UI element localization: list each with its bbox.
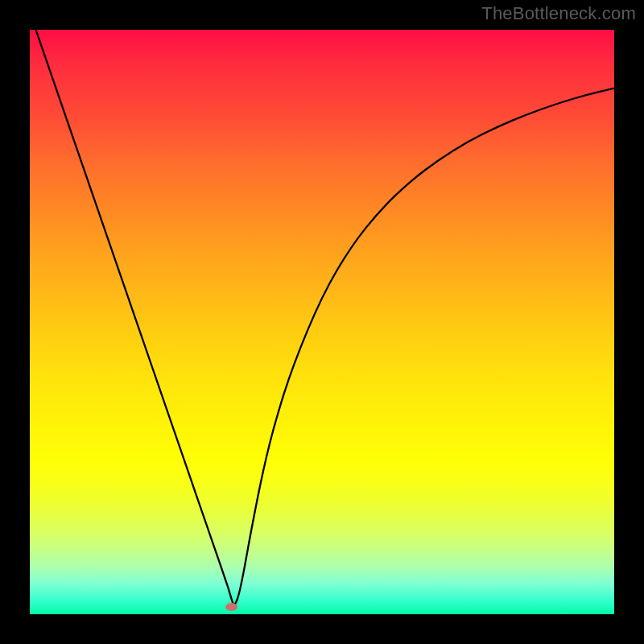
watermark-text: TheBottleneck.com — [481, 3, 636, 24]
bottleneck-curve — [30, 30, 614, 614]
chart-container: TheBottleneck.com — [0, 0, 644, 644]
plot-area — [30, 30, 614, 614]
